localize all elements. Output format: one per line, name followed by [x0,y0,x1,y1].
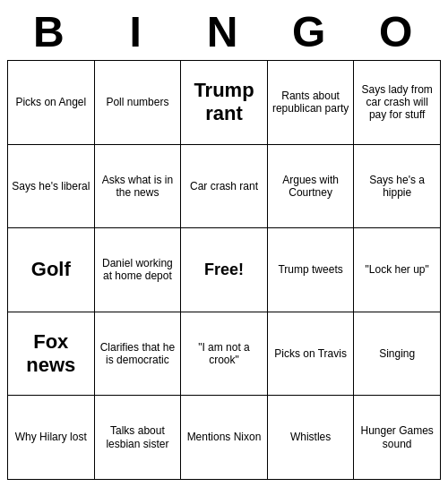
bingo-cell-0[interactable]: Picks on Angel [8,61,95,145]
bingo-cell-1[interactable]: Poll numbers [95,61,182,145]
bingo-cell-8[interactable]: Argues with Courtney [268,145,355,229]
bingo-cell-22[interactable]: Mentions Nixon [181,396,268,480]
letter-n: N [181,7,268,56]
bingo-cell-21[interactable]: Talks about lesbian sister [95,396,182,480]
bingo-cell-15[interactable]: Fox news [8,312,95,397]
bingo-cell-10[interactable]: Golf [8,228,95,312]
bingo-grid: Picks on AngelPoll numbersTrump rantRant… [7,60,441,480]
bingo-cell-2[interactable]: Trump rant [181,61,268,145]
bingo-cell-19[interactable]: Singing [354,312,441,397]
bingo-cell-13[interactable]: Trump tweets [268,228,355,312]
bingo-cell-23[interactable]: Whistles [268,396,355,480]
letter-b: B [7,7,94,56]
bingo-cell-11[interactable]: Daniel working at home depot [95,228,182,312]
bingo-cell-4[interactable]: Says lady from car crash will pay for st… [354,61,441,145]
bingo-cell-9[interactable]: Says he's a hippie [354,145,441,229]
bingo-cell-12[interactable]: Free! [181,228,268,312]
bingo-cell-7[interactable]: Car crash rant [181,145,268,229]
letter-o: O [354,7,441,56]
bingo-cell-17[interactable]: "I am not a crook" [181,312,268,397]
bingo-cell-18[interactable]: Picks on Travis [268,312,355,397]
bingo-cell-24[interactable]: Hunger Games sound [354,396,441,480]
bingo-cell-14[interactable]: "Lock her up" [354,228,441,312]
bingo-title: B I N G O [7,7,441,56]
bingo-cell-5[interactable]: Says he's liberal [8,145,95,229]
bingo-cell-6[interactable]: Asks what is in the news [95,145,182,229]
bingo-cell-20[interactable]: Why Hilary lost [8,396,95,480]
bingo-cell-16[interactable]: Clarifies that he is democratic [95,312,182,397]
letter-g: G [267,7,354,56]
bingo-cell-3[interactable]: Rants about republican party [268,61,355,145]
letter-i: I [94,7,181,56]
